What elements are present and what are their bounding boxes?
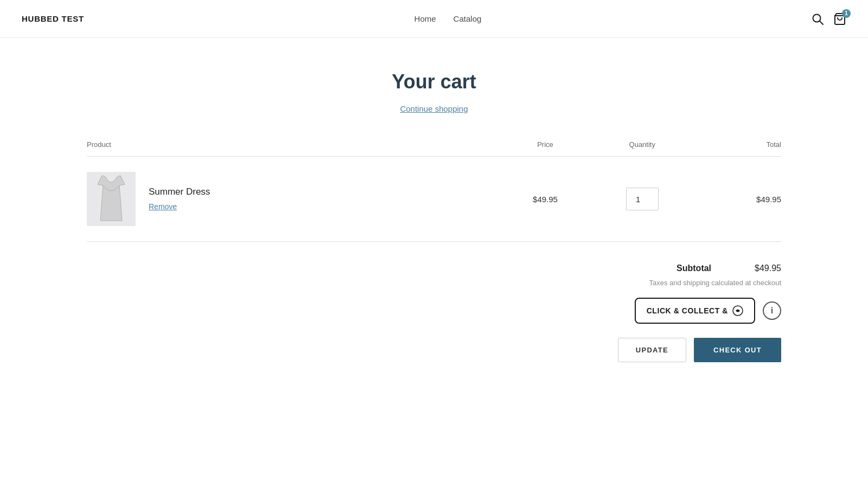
site-logo: HUBBED TEST (22, 14, 84, 23)
col-header-quantity: Quantity (587, 140, 697, 157)
continue-shopping-link[interactable]: Continue shopping (87, 104, 781, 113)
product-price: $49.95 (503, 157, 588, 242)
update-button[interactable]: UPDATE (618, 338, 686, 362)
main-nav: Home Catalog (414, 14, 482, 23)
dress-silhouette (92, 175, 130, 223)
cart-page: Your cart Continue shopping Product Pric… (65, 38, 803, 406)
nav-catalog[interactable]: Catalog (454, 14, 482, 23)
cart-table: Product Price Quantity Total (87, 140, 781, 242)
table-row: Summer Dress Remove $49.95 $49.95 (87, 157, 781, 242)
tax-note: Taxes and shipping calculated at checkou… (649, 279, 781, 287)
action-buttons: UPDATE CHECK OUT (618, 338, 781, 362)
quantity-input[interactable] (626, 188, 659, 210)
nav-home[interactable]: Home (414, 14, 436, 23)
product-image (87, 172, 136, 226)
click-collect-row: ClIcK & COLLECT & i (635, 298, 781, 324)
product-name: Summer Dress (149, 187, 210, 197)
subtotal-value: $49.95 (755, 264, 781, 273)
hubbed-icon (732, 305, 743, 316)
col-header-total: Total (697, 140, 781, 157)
product-total: $49.95 (697, 157, 781, 242)
product-info: Summer Dress Remove (149, 187, 210, 211)
click-collect-label: ClIcK & COLLECT & (647, 306, 728, 315)
subtotal-label: Subtotal (676, 264, 711, 273)
table-header-row: Product Price Quantity Total (87, 140, 781, 157)
remove-button[interactable]: Remove (149, 202, 177, 211)
product-cell: Summer Dress Remove (87, 157, 503, 242)
search-button[interactable] (812, 13, 824, 25)
checkout-button[interactable]: CHECK OUT (694, 338, 781, 362)
click-collect-button[interactable]: ClIcK & COLLECT & (635, 298, 755, 324)
subtotal-row: Subtotal $49.95 (676, 264, 781, 273)
info-button[interactable]: i (763, 301, 781, 320)
cart-footer: Subtotal $49.95 Taxes and shipping calcu… (87, 264, 781, 362)
svg-line-1 (820, 21, 823, 24)
col-header-product: Product (87, 140, 503, 157)
cart-button[interactable]: 1 (833, 12, 846, 25)
search-icon (812, 13, 824, 25)
hubbed-logo-icon (732, 305, 743, 316)
col-header-price: Price (503, 140, 588, 157)
header-icons: 1 (812, 12, 846, 25)
quantity-cell (587, 157, 697, 242)
cart-badge: 1 (842, 9, 851, 18)
site-header: HUBBED TEST Home Catalog 1 (0, 0, 868, 38)
page-title: Your cart (87, 70, 781, 93)
info-icon: i (771, 306, 773, 316)
